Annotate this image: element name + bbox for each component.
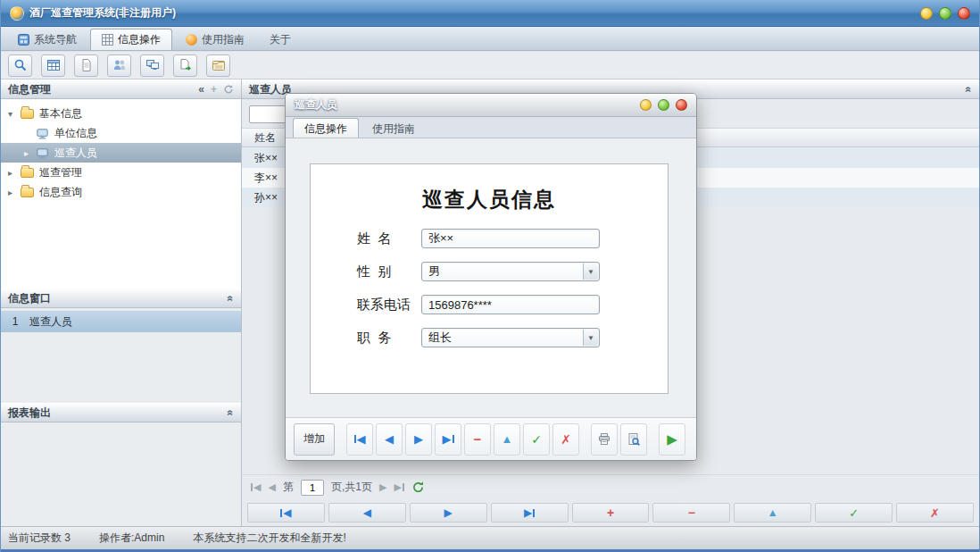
tree-item-unit-info[interactable]: 单位信息 xyxy=(1,123,241,143)
delete-record-button[interactable]: − xyxy=(464,423,491,456)
confirm-button[interactable]: ✓ xyxy=(523,423,550,456)
chevron-down-icon[interactable]: ▼ xyxy=(583,330,598,346)
page-number-input[interactable] xyxy=(301,480,324,496)
sidebar: 信息管理 « + ▾ 基本信息 单位信息 ▸ 巡查人员 ▸ 巡查管理 ▸ xyxy=(1,79,242,526)
chevron-up-icon[interactable]: « xyxy=(963,87,976,93)
refresh-icon[interactable] xyxy=(223,84,234,95)
next-page-icon[interactable]: ▶ xyxy=(379,481,386,493)
prev-record-button[interactable]: ◀ xyxy=(328,503,406,523)
print-button[interactable] xyxy=(591,423,618,456)
cardfile-icon xyxy=(212,58,226,72)
next-record-button[interactable]: ▶ xyxy=(405,423,432,456)
chevron-up-icon[interactable]: « xyxy=(225,410,237,416)
export-toolbar-button[interactable] xyxy=(173,54,197,77)
monitors-icon xyxy=(145,58,160,72)
add-button[interactable]: 增加 xyxy=(294,423,335,456)
phone-field[interactable] xyxy=(421,295,600,314)
post-record-button[interactable]: ▲ xyxy=(494,423,520,456)
dialog-tab-user-guide[interactable]: 使用指南 xyxy=(361,118,427,138)
tree-item-inspection-management[interactable]: ▸ 巡查管理 xyxy=(1,163,241,182)
collapse-left-icon[interactable]: « xyxy=(198,83,204,96)
first-page-icon[interactable]: ◀ xyxy=(251,481,261,493)
tree-label: 信息查询 xyxy=(39,185,82,200)
add-button-label: 增加 xyxy=(303,431,325,447)
tab-label: 信息操作 xyxy=(304,122,347,135)
gender-select[interactable]: 男 ▼ xyxy=(421,262,600,281)
dialog-minimize-button[interactable] xyxy=(640,99,652,111)
name-field[interactable] xyxy=(421,229,600,248)
tab-info-operation[interactable]: 信息操作 xyxy=(90,29,172,50)
caret-right-icon[interactable]: ▸ xyxy=(8,168,20,178)
tree-item-info-query[interactable]: ▸ 信息查询 xyxy=(1,182,241,202)
dialog-close-button[interactable] xyxy=(676,99,687,111)
run-button[interactable]: ▶ xyxy=(659,423,685,456)
edit-record-button[interactable]: ▲ xyxy=(734,503,811,523)
panel-header-report-output: 报表输出 « xyxy=(1,403,241,422)
dialog-title: 巡查人员 xyxy=(295,97,337,113)
cancel-button[interactable]: ✗ xyxy=(552,423,579,456)
pagination-bar: ◀ ◀ 第 页,共1页 ▶ ▶ xyxy=(242,474,979,499)
remove-record-button[interactable]: − xyxy=(652,503,730,523)
chevron-down-icon[interactable]: ▼ xyxy=(583,263,598,280)
last-record-button[interactable]: ▶ xyxy=(491,503,569,523)
print-preview-button[interactable] xyxy=(620,423,647,456)
grid-icon xyxy=(102,34,113,46)
close-button[interactable] xyxy=(958,7,970,20)
tree-item-basic-info[interactable]: ▾ 基本信息 xyxy=(1,104,241,123)
caret-right-icon[interactable]: ▸ xyxy=(24,148,36,158)
panel-title: 报表输出 xyxy=(8,406,51,421)
caret-down-icon[interactable]: ▾ xyxy=(8,109,20,119)
cell-name: 孙×× xyxy=(254,190,278,205)
minimize-button[interactable] xyxy=(920,7,933,20)
tab-user-guide[interactable]: 使用指南 xyxy=(174,29,256,50)
users-toolbar-button[interactable] xyxy=(107,54,131,77)
first-record-button[interactable]: ◀ xyxy=(346,423,373,456)
page-label-prefix: 第 xyxy=(283,480,294,495)
prev-page-icon[interactable]: ◀ xyxy=(268,481,275,493)
info-management-tree: ▾ 基本信息 单位信息 ▸ 巡查人员 ▸ 巡查管理 ▸ 信息查询 xyxy=(1,99,241,289)
confirm-button[interactable]: ✓ xyxy=(815,503,893,523)
dialog-maximize-button[interactable] xyxy=(658,99,669,111)
chevron-up-icon[interactable]: « xyxy=(225,296,237,302)
statusbar: 当前记录数 3 操作者:Admin 本系统支持二次开发和全新开发! xyxy=(1,526,979,552)
next-record-button[interactable]: ▶ xyxy=(410,503,487,523)
tree-item-inspection-personnel[interactable]: ▸ 巡查人员 xyxy=(1,143,241,163)
cancel-button[interactable]: ✗ xyxy=(896,503,974,523)
plus-icon[interactable]: + xyxy=(211,83,217,96)
tab-system-nav[interactable]: 系统导航 xyxy=(6,29,88,50)
maximize-button[interactable] xyxy=(939,7,951,20)
document-toolbar-button[interactable] xyxy=(74,54,98,77)
search-toolbar-button[interactable] xyxy=(8,54,32,77)
panel-header-info-management: 信息管理 « + xyxy=(1,79,241,99)
last-page-icon[interactable]: ▶ xyxy=(394,481,403,493)
table-toolbar-button[interactable] xyxy=(41,54,65,77)
tab-about[interactable]: 关于 xyxy=(258,29,303,50)
add-record-button[interactable]: + xyxy=(572,503,650,523)
cardfile-toolbar-button[interactable] xyxy=(206,54,230,77)
item-index: 1 xyxy=(1,315,29,328)
duty-select[interactable]: 组长 ▼ xyxy=(421,328,600,347)
panel-header-info-window: 信息窗口 « xyxy=(1,289,241,308)
first-record-button[interactable]: ◀ xyxy=(247,503,325,523)
prev-record-button[interactable]: ◀ xyxy=(376,423,403,456)
caret-right-icon[interactable]: ▸ xyxy=(8,188,20,197)
duty-value: 组长 xyxy=(428,329,452,347)
record-count-text: 当前记录数 3 xyxy=(8,531,71,546)
gender-label: 性 别 xyxy=(357,263,391,280)
tab-label: 使用指南 xyxy=(372,122,415,135)
inspection-personnel-dialog: 巡查人员 信息操作 使用指南 巡查人员信息 姓 名 性 别 男 ▼ xyxy=(285,93,697,461)
dialog-tab-info-operation[interactable]: 信息操作 xyxy=(293,118,359,138)
panel-title: 信息窗口 xyxy=(8,291,51,306)
device-icon xyxy=(36,127,49,140)
tab-label: 使用指南 xyxy=(202,32,245,47)
refresh-icon[interactable] xyxy=(411,481,425,494)
status-message: 本系统支持二次开发和全新开发! xyxy=(193,531,345,546)
last-record-button[interactable]: ▶ xyxy=(435,423,461,456)
info-window-item[interactable]: 1 巡查人员 xyxy=(1,311,241,332)
cell-name: 张×× xyxy=(254,151,278,166)
nav-icon xyxy=(18,34,29,46)
personnel-form: 巡查人员信息 姓 名 性 别 男 ▼ 联系电话 职 务 组长 xyxy=(310,163,669,394)
export-icon xyxy=(179,58,193,72)
monitors-toolbar-button[interactable] xyxy=(140,54,164,77)
grid-column-name: 姓名 xyxy=(254,130,276,146)
